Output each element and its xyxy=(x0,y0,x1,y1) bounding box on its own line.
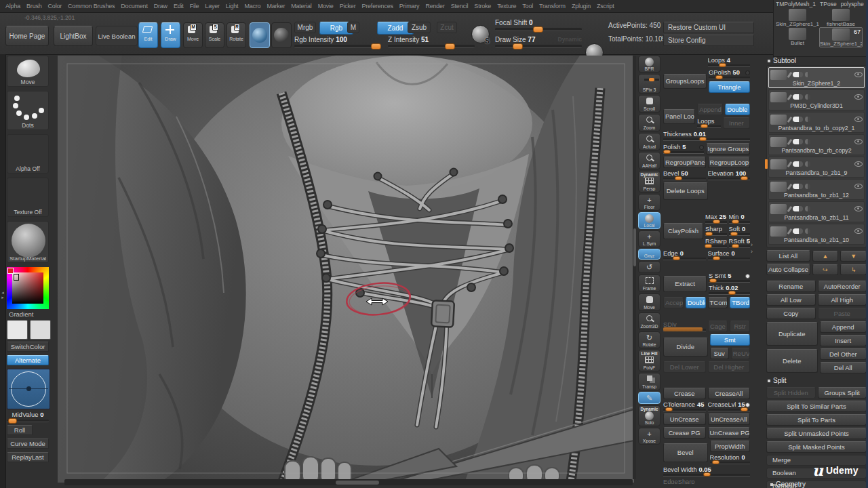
list-all-button[interactable]: List All xyxy=(766,250,810,262)
menu-macro[interactable]: Macro xyxy=(244,3,260,9)
soft-slider[interactable]: Soft0 xyxy=(729,226,750,236)
crease-button[interactable]: Crease xyxy=(663,388,706,399)
canvas-vertical-scrollbar[interactable] xyxy=(633,56,636,479)
creaseall-button[interactable]: CreaseAll xyxy=(708,388,751,399)
visibility-eye-icon[interactable] xyxy=(854,228,863,234)
append-button[interactable]: Append xyxy=(697,104,722,115)
menu-transform[interactable]: Transform xyxy=(539,3,566,9)
current-material-button[interactable]: StartupMaterial xyxy=(7,221,49,263)
s-smt-slider[interactable]: S Smt5 xyxy=(709,272,750,283)
insert-button[interactable]: Insert xyxy=(820,335,867,346)
shelf-scroll-button[interactable]: Scroll xyxy=(638,95,660,113)
tool-item-skin-zsphere1-1[interactable]: Skin_ZSphere1_1 xyxy=(776,8,819,27)
ctolerance-slider[interactable]: CTolerance45 xyxy=(663,401,706,411)
split-section-header[interactable]: Split xyxy=(766,375,867,385)
menu-light[interactable]: Light xyxy=(226,3,239,9)
zcut-button[interactable]: Zcut xyxy=(437,22,457,33)
uncrease-pg-button[interactable]: UnCrease PG xyxy=(708,427,751,439)
visibility-eye-icon[interactable] xyxy=(854,139,863,144)
copy-button[interactable]: Copy xyxy=(766,308,816,319)
menu-preferences[interactable]: Preferences xyxy=(361,3,393,9)
edgesharp-slider[interactable]: EdgeSharp xyxy=(663,479,750,484)
elevation-slider[interactable]: Elevation100 xyxy=(708,170,751,180)
recent-tool-tpose[interactable]: TPose xyxy=(820,1,837,7)
canvas-horizontal-scrollbar[interactable] xyxy=(64,479,633,485)
double-button[interactable]: Double xyxy=(686,297,706,308)
zsub-button[interactable]: Zsub xyxy=(408,22,431,33)
append-button[interactable]: Append xyxy=(820,321,867,333)
scale-button[interactable]: S Scale xyxy=(205,22,224,48)
menu-brush[interactable]: Brush xyxy=(26,3,42,9)
del-lower-button[interactable]: Del Lower xyxy=(663,361,706,373)
secondary-color-swatch[interactable] xyxy=(30,320,51,340)
brush-icon[interactable] xyxy=(787,161,793,167)
brush-icon[interactable] xyxy=(787,71,793,77)
regrouploops-button[interactable]: RegroupLoops xyxy=(708,157,751,168)
surface-slider[interactable]: Surface0 xyxy=(708,250,751,260)
tool-item-bullet[interactable]: Bullet xyxy=(776,27,819,47)
min-slider[interactable]: Min0 xyxy=(729,214,750,224)
subtool-item[interactable]: Pantsandbra_to_zb1_10 xyxy=(768,224,865,245)
panel-divider-arrows-icon[interactable]: ›› xyxy=(751,241,753,255)
shelf-gxyz-button[interactable]: Gxyz xyxy=(638,249,660,260)
menu-layer[interactable]: Layer xyxy=(205,3,220,9)
shelf-floor-button[interactable]: +Floor xyxy=(638,194,660,211)
subtool-item[interactable]: Pantsandbra_to_zb1_11 xyxy=(768,201,865,222)
accept-button[interactable]: Accept xyxy=(663,297,684,308)
uv-toggle-icon[interactable] xyxy=(805,139,810,144)
slider-dot-toggle[interactable] xyxy=(745,70,750,75)
color-picker[interactable] xyxy=(7,267,49,309)
polypaint-toggle-icon[interactable] xyxy=(793,206,803,211)
propwidth-button[interactable]: PropWidth xyxy=(710,441,751,452)
bevel-button[interactable]: Bevel xyxy=(663,443,708,462)
rsoft-slider[interactable]: RSoft5 xyxy=(729,238,750,248)
home-page-button[interactable]: Home Page xyxy=(5,26,49,46)
shelf-local-button[interactable]: Local xyxy=(638,212,660,229)
thickness-slider[interactable]: Thickness0.01 xyxy=(663,131,750,141)
menu-stencil[interactable]: Stencil xyxy=(451,3,469,9)
subtool-demote-button[interactable]: ↳ xyxy=(840,264,867,275)
smt-button[interactable]: Smt xyxy=(710,334,751,346)
edit-button[interactable]: Edit xyxy=(138,22,158,48)
bevel-width-slider[interactable]: Bevel Width0.05 xyxy=(663,466,750,476)
rgb-intensity-slider[interactable]: Rgb Intensity 100 xyxy=(294,36,381,48)
left-tray-scrollbar[interactable] xyxy=(0,54,6,488)
switch-color-button[interactable]: SwitchColor xyxy=(7,342,49,352)
rotate-button[interactable]: R Rotate xyxy=(226,22,246,48)
menu-zplugin[interactable]: Zplugin xyxy=(572,3,591,9)
subtool-item[interactable]: Pantsandbra_to_zb1_12 xyxy=(768,179,865,200)
current-texture-button[interactable]: Texture Off xyxy=(7,178,49,217)
subtool-item[interactable]: Pantsandbra_to_zb1_9 xyxy=(768,157,865,178)
split-to-parts-button[interactable]: Split To Parts xyxy=(766,414,867,426)
current-stroke-button[interactable]: Dots xyxy=(7,91,49,130)
polypaint-toggle-icon[interactable] xyxy=(793,228,803,234)
menu-draw[interactable]: Draw xyxy=(154,3,167,9)
rename-button[interactable]: Rename xyxy=(766,281,816,292)
geometry-tab[interactable]: Geometry xyxy=(770,481,806,488)
menu-tool[interactable]: Tool xyxy=(522,3,533,9)
subtool-item[interactable]: Pantsandbra_to_rb_copy2 xyxy=(768,134,865,155)
menu-edit[interactable]: Edit xyxy=(174,3,184,9)
split-hidden-button[interactable]: Split Hidden xyxy=(766,387,816,399)
sculpt-canvas[interactable] xyxy=(58,56,634,483)
shelf-persp-button[interactable]: DynamicPersp xyxy=(638,171,660,192)
creaselvl-slider[interactable]: CreaseLvl15 xyxy=(708,401,751,411)
midvalue-slider[interactable]: MidValue 0 xyxy=(7,411,49,422)
menu-primary[interactable]: Primary xyxy=(399,3,420,9)
menu-common-brushes[interactable]: Common Brushes xyxy=(68,3,115,9)
uv-toggle-icon[interactable] xyxy=(805,206,810,211)
regrouppanels-button[interactable]: RegroupPanels xyxy=(663,157,706,168)
uv-toggle-icon[interactable] xyxy=(805,184,810,189)
alternate-button[interactable]: Alternate xyxy=(7,355,49,365)
shelf-move-button[interactable]: Move xyxy=(638,293,660,311)
groupsloops-button[interactable]: GroupsLoops xyxy=(663,74,707,89)
delete-button[interactable]: Delete xyxy=(766,349,818,373)
brush-icon[interactable] xyxy=(787,138,793,144)
visibility-eye-icon[interactable] xyxy=(854,72,863,77)
shelf-l-sym-button[interactable]: +L.Sym xyxy=(638,230,660,247)
all-low-button[interactable]: All Low xyxy=(766,294,816,306)
split-unmasked-points-button[interactable]: Split Unmasked Points xyxy=(766,428,867,439)
shelf-pen-button[interactable]: ✎ xyxy=(638,392,660,404)
shelf-zoom3d-button[interactable]: Zoom3D xyxy=(638,312,660,330)
subtool-down-button[interactable]: ▼ xyxy=(840,251,867,262)
